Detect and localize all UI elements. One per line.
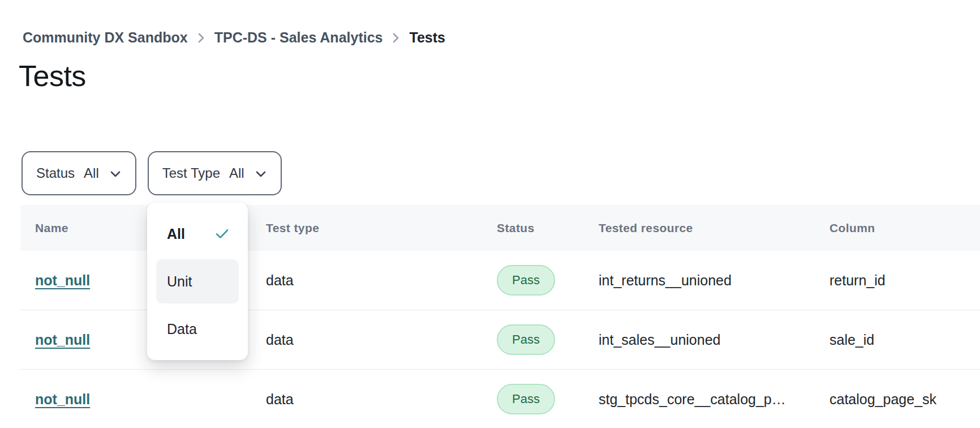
status-badge: Pass	[497, 324, 555, 355]
breadcrumb-item-package[interactable]: TPC-DS - Sales Analytics	[214, 29, 383, 46]
test-type-cell: data	[251, 332, 482, 348]
chevron-down-icon	[109, 170, 122, 178]
filter-bar: Status All Test Type All	[22, 151, 282, 195]
tested-resource-cell: int_sales__unioned	[584, 332, 815, 348]
test-name-link[interactable]: not_null	[35, 391, 90, 407]
dropdown-option-data[interactable]: Data	[156, 307, 239, 351]
status-filter-button[interactable]: Status All	[22, 151, 136, 195]
chevron-right-icon	[392, 32, 399, 44]
status-badge: Pass	[497, 384, 555, 414]
test-type-filter-value: All	[229, 165, 244, 181]
dropdown-option-all[interactable]: All	[156, 212, 239, 256]
column-header-status: Status	[482, 221, 584, 235]
column-header-column: Column	[815, 221, 980, 235]
column-cell: catalog_page_sk	[815, 391, 980, 408]
status-filter-label: Status	[36, 165, 75, 181]
breadcrumb-item-project[interactable]: Community DX Sandbox	[23, 29, 188, 46]
test-type-cell: data	[251, 272, 482, 289]
test-name-link[interactable]: not_null	[35, 272, 90, 288]
test-type-dropdown-menu: All Unit Data	[147, 203, 248, 360]
test-type-filter-label: Test Type	[162, 165, 220, 181]
check-icon	[215, 228, 230, 239]
page-title: Tests	[19, 59, 86, 93]
tested-resource-cell: int_returns__unioned	[584, 272, 815, 289]
breadcrumb: Community DX Sandbox TPC-DS - Sales Anal…	[23, 29, 445, 46]
column-header-tested-resource: Tested resource	[584, 221, 815, 235]
dropdown-option-unit[interactable]: Unit	[156, 259, 239, 303]
chevron-right-icon	[197, 32, 205, 44]
test-name-link[interactable]: not_null	[35, 332, 90, 348]
column-cell: sale_id	[815, 332, 980, 348]
test-type-cell: data	[251, 391, 482, 408]
column-header-test-type: Test type	[251, 221, 482, 235]
status-filter-value: All	[84, 165, 99, 181]
chevron-down-icon	[255, 170, 267, 178]
dropdown-option-label: Unit	[167, 273, 192, 290]
tests-page: Community DX Sandbox TPC-DS - Sales Anal…	[0, 0, 980, 428]
column-cell: return_id	[815, 272, 980, 289]
breadcrumb-item-current: Tests	[409, 29, 445, 46]
tested-resource-cell: stg_tpcds_core__catalog_p…	[584, 391, 815, 408]
table-row: not_null data Pass stg_tpcds_core__catal…	[20, 370, 980, 428]
dropdown-option-label: All	[167, 226, 185, 242]
test-type-filter-button[interactable]: Test Type All	[148, 151, 282, 195]
status-badge: Pass	[497, 265, 555, 296]
dropdown-option-label: Data	[167, 321, 197, 337]
